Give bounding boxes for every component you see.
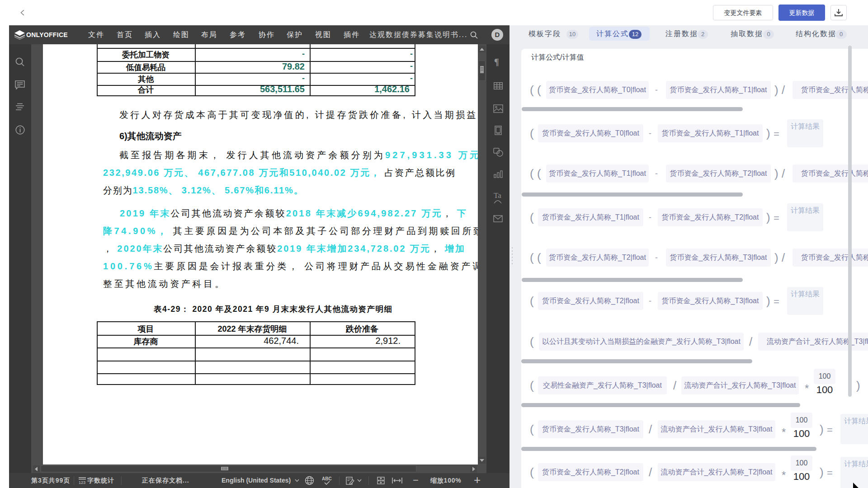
svg-text:123: 123 (79, 480, 85, 484)
